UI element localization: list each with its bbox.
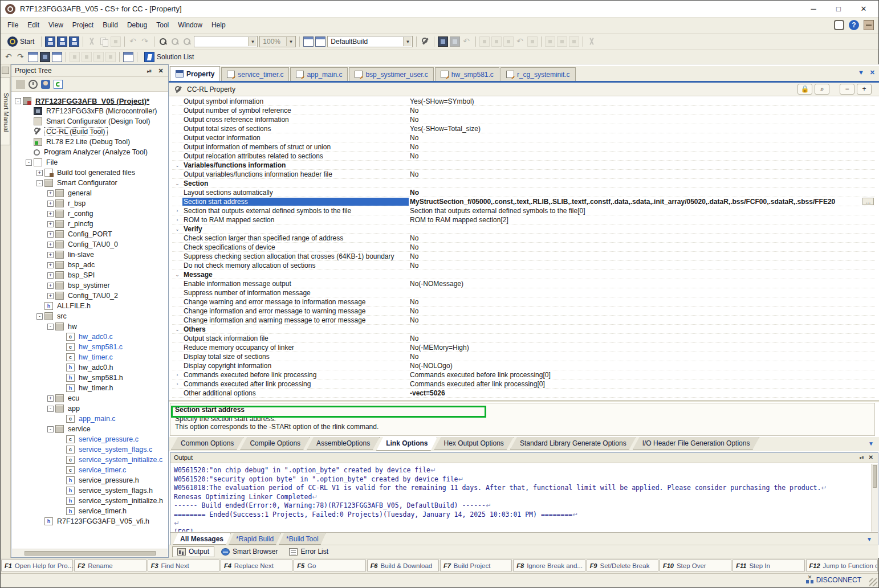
chevron-right-icon[interactable]: › [172,372,182,378]
tree-node[interactable]: hservice_system_flags.h [11,485,168,496]
tree-node[interactable]: +Config_TAU0_2 [11,291,168,301]
menu-debug[interactable]: Debug [123,18,152,32]
fkey-button-f6[interactable]: F6Build & Download [367,560,439,571]
tree-node[interactable]: hhw_adc0.h [11,362,168,373]
property-window-icon[interactable] [315,36,325,47]
go-icon[interactable] [479,36,490,47]
chevron-down-icon[interactable]: ⌄ [172,226,182,232]
tree-node[interactable]: +Config_TAU0_0 [11,239,168,250]
property-category[interactable]: ⌄Section [172,179,875,188]
fkey-button-f10[interactable]: F10Step Over [660,560,731,571]
tree-horizontal-scrollbar[interactable] [12,549,168,557]
property-row[interactable]: Do not check memory allocation of sectio… [172,261,875,270]
property-row[interactable]: Reduce memory occupancy of linkerNo(-MEM… [172,343,875,352]
expand-icon[interactable]: + [47,293,54,299]
property-row[interactable]: Change information and error message to … [172,307,875,316]
disassemble-window-icon[interactable] [52,52,62,62]
watch-window-icon[interactable] [28,52,38,62]
stop-icon[interactable] [527,36,538,47]
tree-node[interactable]: +bsp_adc [11,260,168,270]
property-value[interactable]: No [409,234,875,242]
collapse-all-button[interactable]: − [840,84,854,95]
property-value[interactable]: No(-NOLOgo) [409,362,875,370]
io-window-icon[interactable] [123,52,133,62]
tree-node[interactable]: chw_adc0.c [11,332,168,342]
scrollbar-thumb[interactable] [25,551,156,556]
go2-icon[interactable] [491,36,502,47]
copy-icon[interactable] [99,36,109,47]
ignore-break-icon[interactable] [587,36,597,47]
property-value[interactable]: No [409,134,875,142]
option-tab-assembleoptions[interactable]: AssembleOptions [307,437,380,450]
property-value[interactable]: No [409,170,875,178]
undo-icon[interactable] [128,36,139,47]
tree-node[interactable]: -R7F123FGG3AFB_V05 (Project)* [11,96,168,106]
find-next-icon[interactable] [170,36,180,47]
tree-node[interactable]: Program Analyzer (Analyze Tool) [11,147,168,157]
event-icon[interactable] [93,52,104,62]
maximize-button[interactable]: □ [826,1,851,18]
property-value[interactable]: No [409,116,875,124]
tree-node[interactable]: -app [11,403,168,414]
stack-icon[interactable] [105,52,116,62]
tree-node[interactable]: hALLFILE.h [11,301,168,311]
cut-icon[interactable] [87,36,97,47]
tree-node[interactable]: cservice_timer.c [11,465,168,475]
tree-node[interactable]: +r_pincfg [11,219,168,229]
scrollbar-thumb[interactable] [873,465,877,488]
user-icon[interactable] [41,80,50,89]
panel-button-smart-browser[interactable]: Smart Browser [217,546,282,557]
property-row[interactable]: Change information and warning message t… [172,316,875,325]
option-tabs-dropdown-icon[interactable]: ▼ [868,440,874,447]
output-pin-icon[interactable]: ⏯ [860,454,864,461]
output-vertical-scrollbar[interactable] [871,464,878,532]
property-value[interactable]: No(-NOMessage) [409,280,875,288]
redo-icon[interactable] [140,36,150,47]
minimize-button[interactable]: ─ [801,1,826,18]
combo-arrow-icon[interactable]: ▼ [248,37,257,46]
find-icon[interactable] [158,36,168,47]
property-value[interactable]: No [409,298,875,306]
forward-icon[interactable] [16,52,26,62]
property-value[interactable]: -vect=5026 [409,389,875,397]
option-tab-i-o-header-file-generation-options[interactable]: I/O Header File Generation Options [633,437,760,450]
help-icon[interactable]: ? [849,20,859,30]
project-window-icon[interactable] [303,36,314,47]
save-project-icon[interactable] [45,36,55,47]
property-value[interactable]: MyStructSection_f/05000,.const,.text,.RL… [409,198,875,206]
auto-hide-pin-icon[interactable]: ⏯ [145,67,153,75]
menu-window[interactable]: Window [173,18,207,32]
chevron-right-icon[interactable]: › [172,217,182,223]
property-category[interactable]: ⌄Variables/functions information [172,161,875,170]
build-tool-icon[interactable] [420,36,430,47]
connect-icon[interactable] [450,36,460,47]
tree-node[interactable]: +ecu [11,393,168,403]
tree-node[interactable]: -hw [11,321,168,332]
smart-manual-tab[interactable]: Smart Manual [1,77,10,145]
tree-node[interactable]: hservice_system_initialize.h [11,496,168,506]
property-category[interactable]: ⌄Verify [172,224,875,234]
fkey-button-f1[interactable]: F1Open Help for Pro... [1,560,73,571]
property-value[interactable]: Commands executed before link processing… [409,371,875,379]
tab-service-timer-c[interactable]: service_timer.c [221,67,289,81]
collapse-icon[interactable]: - [36,180,43,186]
build-mode-combo[interactable]: DefaultBuild ▼ [327,36,413,47]
property-value[interactable]: Section that outputs external defined sy… [409,207,875,215]
property-row[interactable]: Display copyright informationNo(-NOLOgo) [172,361,875,370]
tree-node[interactable]: cservice_pressure.c [11,434,168,444]
splitter[interactable] [169,400,879,402]
collapse-icon[interactable]: - [36,313,43,320]
expand-icon[interactable]: + [47,211,54,217]
fkey-button-f3[interactable]: F3Find Next [148,560,219,571]
save-all-icon[interactable] [69,36,79,47]
property-value[interactable]: Commands executed after link processing[… [409,380,875,388]
expand-icon[interactable]: + [47,283,54,289]
chevron-down-icon[interactable]: ⌄ [172,272,182,277]
collapse-icon[interactable]: - [26,160,32,166]
fkey-button-f11[interactable]: F11Step In [732,560,804,571]
expand-icon[interactable]: + [47,242,54,248]
fkey-button-f7[interactable]: F7Build Project [440,560,512,571]
expand-all-button[interactable]: + [857,84,872,95]
collapse-icon[interactable]: - [47,324,54,330]
property-category[interactable]: ⌄Others [172,325,875,334]
